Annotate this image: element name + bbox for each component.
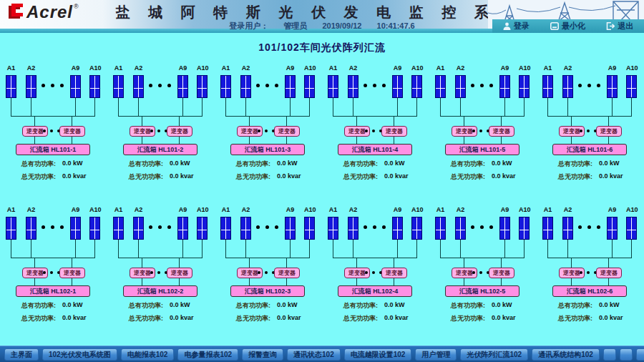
wire — [571, 137, 572, 144]
wire — [440, 240, 441, 258]
reactive-power-label: 总无功功率: — [21, 314, 56, 323]
inverter-box: 逆变器 — [274, 126, 300, 137]
active-power-row: 总有功功率: 0.0 kW — [215, 160, 322, 172]
ellipsis-dots — [364, 225, 386, 229]
current-date: 2019/09/12 — [322, 21, 361, 30]
nav-tab[interactable]: 102光伏发电系统图 — [42, 348, 117, 361]
pv-string-label: A9 — [285, 206, 296, 215]
pv-panel-icon — [220, 75, 231, 98]
inverter-box: 逆变器 — [167, 126, 192, 137]
wire — [142, 278, 142, 285]
combiner-box[interactable]: 汇流箱 HL102-2 — [123, 285, 197, 297]
combiner-box[interactable]: 汇流箱 HL102-5 — [445, 285, 519, 297]
current-time: 10:41:47.6 — [377, 21, 415, 30]
combiner-box[interactable]: 汇流箱 HL101-4 — [338, 144, 412, 155]
reactive-power-label: 总无功功率: — [236, 314, 270, 323]
ellipsis-dots — [150, 271, 167, 274]
ellipsis-dots — [256, 225, 278, 229]
inverter-box: 逆变器 — [381, 268, 407, 278]
combiner-box[interactable]: 汇流箱 HL101-2 — [123, 144, 197, 155]
pv-array-group: A1 A2 A9 A10 逆变器 逆变器 汇流箱 HL101-3 — [215, 64, 322, 186]
pv-array-group: A1 A2 A9 A10 逆变器 逆变器 汇流箱 HL102-6 — [537, 206, 644, 328]
wire — [142, 258, 142, 268]
pv-string: A1 — [435, 64, 446, 98]
pv-panel-icon — [220, 217, 231, 240]
reactive-power-value: 0.0 kvar — [492, 172, 516, 180]
pv-panel-icon — [70, 75, 81, 98]
nav-tab[interactable]: 光伏阵列汇流102 — [460, 348, 528, 361]
ellipsis-dots — [149, 84, 171, 87]
pv-string: A10 — [89, 206, 100, 240]
combiner-box[interactable]: 汇流箱 HL101-5 — [445, 144, 519, 155]
combiner-box[interactable]: 汇流箱 HL102-1 — [16, 285, 90, 297]
nav-tab[interactable]: 电参量报表102 — [177, 348, 238, 361]
nav-tab[interactable]: 用户管理 — [415, 348, 457, 361]
pv-panel-icon — [240, 217, 251, 240]
nav-tab[interactable]: 电能报表102 — [121, 348, 175, 361]
exit-button[interactable]: 退出 — [606, 21, 633, 31]
wire — [524, 240, 525, 258]
combiner-box[interactable]: 汇流箱 HL101-6 — [552, 144, 627, 155]
combiner-box[interactable]: 汇流箱 HL101-3 — [230, 144, 305, 155]
pv-string: A1 — [542, 206, 553, 240]
pv-array-group: A1 A2 A9 A10 逆变器 逆变器 汇流箱 HL102-5 — [429, 206, 537, 328]
minimize-button[interactable]: 最小化 — [550, 21, 585, 31]
wire — [416, 240, 417, 258]
combiner-box[interactable]: 汇流箱 HL102-6 — [552, 285, 627, 297]
nav-tab[interactable] — [603, 348, 616, 361]
wire — [225, 240, 226, 258]
nav-tab[interactable]: 电流越限设置102 — [344, 348, 412, 361]
nav-tab[interactable] — [636, 348, 644, 361]
reactive-power-label: 总无功功率: — [236, 172, 270, 182]
power-metrics: 总有功功率: 0.0 kW 总无功功率: 0.0 kvar — [322, 160, 429, 185]
wire — [34, 137, 35, 144]
active-power-value: 0.0 kW — [492, 301, 512, 308]
wire — [94, 98, 95, 116]
pv-string: A1 — [542, 64, 553, 98]
ellipsis-dots — [42, 84, 64, 87]
pv-string: A9 — [607, 206, 618, 240]
combiner-box[interactable]: 汇流箱 HL102-3 — [230, 285, 305, 297]
nav-tab[interactable]: 通讯状态102 — [287, 348, 341, 361]
pv-string-label: A10 — [197, 64, 208, 74]
nav-tab[interactable]: 通讯系统结构102 — [532, 348, 600, 361]
pv-panel-icon — [6, 217, 16, 240]
wire — [631, 240, 632, 258]
nav-tab[interactable]: 主界面 — [4, 348, 39, 361]
combiner-box[interactable]: 汇流箱 HL102-4 — [338, 285, 412, 297]
wire — [501, 116, 502, 126]
wire — [608, 258, 609, 268]
pv-string: A1 — [220, 64, 231, 98]
ellipsis-dots — [43, 271, 60, 274]
active-power-value: 0.0 kW — [599, 160, 620, 167]
reactive-power-value: 0.0 kvar — [277, 314, 301, 321]
pv-string: A9 — [177, 206, 188, 240]
nav-tab[interactable] — [620, 348, 633, 361]
pv-string-label: A9 — [499, 206, 510, 215]
power-metrics: 总有功功率: 0.0 kW 总无功功率: 0.0 kvar — [322, 301, 429, 327]
pv-array-group: A1 A2 A9 A10 逆变器 逆变器 汇流箱 HL102-2 — [107, 206, 215, 328]
active-power-label: 总有功功率: — [129, 301, 163, 310]
nav-tab[interactable]: 报警查询 — [242, 348, 283, 361]
inverter-box: 逆变器 — [489, 126, 514, 137]
bus-wire — [440, 258, 525, 258]
wire — [138, 98, 139, 116]
login-button[interactable]: 登录 — [503, 21, 530, 31]
pv-string: A2 — [240, 64, 251, 98]
pv-string-label: A10 — [304, 64, 315, 74]
ellipsis-dots — [149, 225, 171, 229]
pv-panel-icon — [542, 75, 553, 98]
bottom-nav: 主界面 102光伏发电系统图 电能报表102 电参量报表102 报警查询 通讯状… — [0, 346, 644, 362]
pv-panel-icon — [435, 217, 446, 240]
pv-string-label: A10 — [304, 206, 315, 215]
combiner-box[interactable]: 汇流箱 HL101-1 — [16, 144, 90, 155]
active-power-value: 0.0 kW — [62, 301, 83, 308]
nav-tab-label: 用户管理 — [421, 351, 450, 358]
wire — [356, 137, 357, 144]
wire — [34, 278, 35, 285]
wire — [225, 98, 226, 116]
pv-string: A9 — [607, 64, 618, 98]
wire — [567, 240, 568, 258]
pv-panel-icon — [113, 75, 124, 98]
ellipsis-dots — [472, 129, 489, 132]
